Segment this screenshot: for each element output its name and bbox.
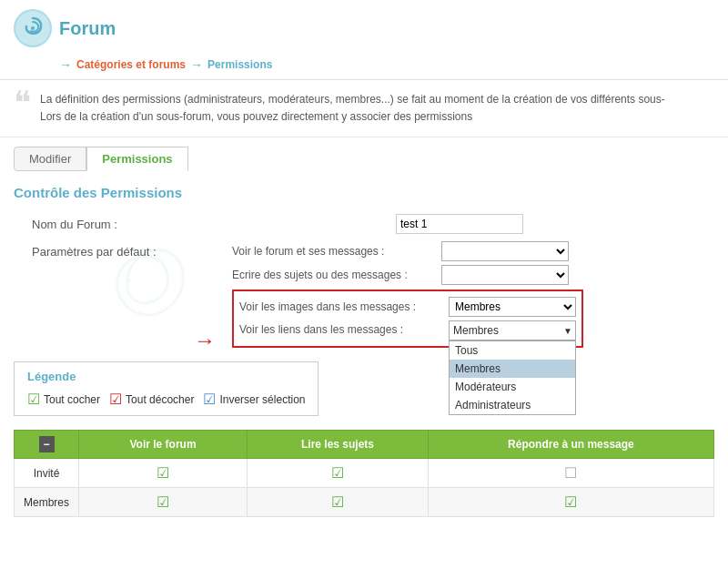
- cell-voir-forum-membres[interactable]: ☑: [79, 488, 248, 517]
- red-border-section: Voir les images dans les messages : Memb…: [232, 290, 583, 348]
- red-arrow-icon: →: [194, 328, 216, 353]
- tabs-area: Modifier Permissions: [0, 137, 728, 171]
- dropdown-trigger[interactable]: Membres ▼: [449, 320, 576, 340]
- row-name-membres: Membres: [15, 488, 79, 517]
- cell-voir-forum-invite[interactable]: ☑: [79, 459, 248, 488]
- checkbox-checked-icon: ☑: [331, 465, 344, 481]
- tab-modifier[interactable]: Modifier: [14, 147, 86, 171]
- check-green-icon: ☑: [27, 391, 40, 408]
- cell-repondre-invite[interactable]: ☐: [428, 459, 713, 488]
- field-label-1: Voir le forum et ses messages :: [232, 245, 441, 258]
- nom-label: Nom du Forum :: [32, 218, 196, 231]
- legend-title: Légende: [27, 370, 305, 383]
- tout-decocher-btn[interactable]: ☑ Tout décocher: [109, 391, 194, 408]
- dropdown-liens: Membres ▼ Tous Membres Modérateurs Admin…: [449, 320, 576, 340]
- params-label: Paramètres par défaut :: [32, 241, 196, 259]
- col-header-voir-forum: Voir le forum: [79, 431, 248, 459]
- check-blue-icon: ☑: [203, 391, 216, 408]
- dropdown-option-moderateurs[interactable]: Modérateurs: [450, 378, 575, 396]
- svg-point-1: [31, 26, 35, 30]
- checkbox-checked-icon: ☑: [157, 494, 169, 510]
- table-row: Membres ☑ ☑ ☑: [15, 488, 714, 517]
- check-red-icon: ☑: [109, 391, 122, 408]
- col-header-lire-sujets: Lire les sujets: [248, 431, 429, 459]
- col-header-repondre: Répondre à un message: [428, 431, 713, 459]
- select-voir-forum[interactable]: Tous Membres Modérateurs Administrateurs: [441, 241, 569, 261]
- forum-title: Forum: [59, 18, 116, 39]
- section-title: Contrôle des Permissions: [14, 185, 714, 200]
- row-name-invite: Invité: [15, 459, 79, 488]
- table-row: Invité ☑ ☑ ☐: [15, 459, 714, 488]
- tab-permissions[interactable]: Permissions: [86, 147, 187, 171]
- info-box: ❝ La définition des permissions (adminis…: [0, 80, 728, 137]
- minus-icon: −: [39, 436, 55, 452]
- inverser-selection-btn[interactable]: ☑ Inverser sélection: [203, 391, 305, 408]
- dropdown-list: Tous Membres Modérateurs Administrateurs: [449, 340, 576, 415]
- field-label-4: Voir les liens dans les messages :: [239, 320, 449, 336]
- select-images[interactable]: Membres Tous Modérateurs Administrateurs: [449, 297, 576, 317]
- checkbox-checked-icon: ☑: [564, 494, 577, 510]
- breadcrumb-categories[interactable]: Catégories et forums: [76, 58, 186, 71]
- forum-logo: [14, 9, 52, 47]
- checkbox-checked-icon: ☑: [157, 465, 169, 481]
- checkbox-unchecked-icon: ☐: [564, 465, 577, 481]
- cell-lire-sujets-membres[interactable]: ☑: [248, 488, 429, 517]
- breadcrumb-permissions: Permissions: [207, 58, 272, 71]
- permissions-table: − Voir le forum Lire les sujets Répondre…: [14, 430, 714, 517]
- dropdown-option-membres[interactable]: Membres: [450, 360, 575, 378]
- info-text: La définition des permissions (administr…: [40, 91, 665, 126]
- breadcrumb: → Catégories et forums → Permissions: [59, 53, 714, 79]
- legend-section: Légende ☑ Tout cocher ☑ Tout décocher ☑ …: [14, 361, 318, 416]
- field-label-2: Ecrire des sujets ou des messages :: [232, 269, 441, 281]
- dropdown-option-administrateurs[interactable]: Administrateurs: [450, 396, 575, 414]
- select-ecrire[interactable]: Tous Membres Modérateurs Administrateurs: [441, 265, 569, 285]
- dropdown-value: Membres: [450, 322, 563, 339]
- checkbox-checked-icon: ☑: [331, 494, 344, 510]
- col-header-toggle[interactable]: −: [15, 431, 79, 459]
- forum-name-input[interactable]: [396, 214, 523, 234]
- tout-cocher-btn[interactable]: ☑ Tout cocher: [27, 391, 100, 408]
- cell-lire-sujets-invite[interactable]: ☑: [248, 459, 429, 488]
- field-label-3: Voir les images dans les messages :: [239, 300, 449, 313]
- cell-repondre-membres[interactable]: ☑: [428, 488, 713, 517]
- dropdown-arrow-icon: ▼: [563, 326, 575, 336]
- quote-icon: ❝: [14, 86, 31, 119]
- dropdown-option-tous[interactable]: Tous: [450, 341, 575, 360]
